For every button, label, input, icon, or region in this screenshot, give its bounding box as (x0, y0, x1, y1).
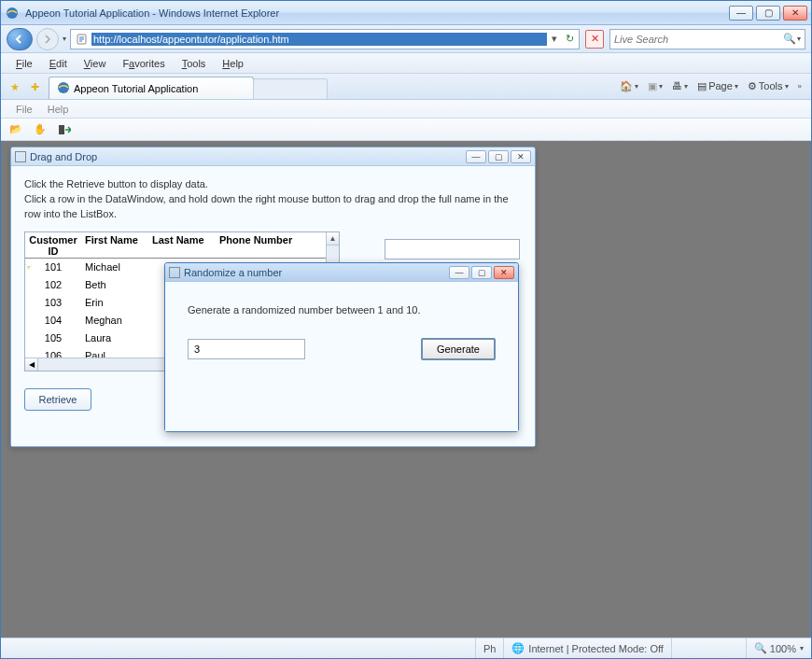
overflow-button[interactable]: » (794, 76, 805, 96)
status-spacer (1, 638, 475, 658)
stop-button[interactable]: ✕ (585, 30, 604, 49)
internet-globe-icon: 🌐 (511, 642, 525, 654)
randomize-close-button[interactable]: ✕ (494, 266, 514, 279)
svg-rect-3 (59, 125, 64, 134)
ie-titlebar: Appeon Tutorial Application - Windows In… (1, 1, 811, 25)
col-last-name: Last Name (148, 232, 216, 258)
col-customer-id: CustomerID (25, 232, 81, 258)
address-input[interactable] (91, 33, 547, 46)
dragdrop-minimize-button[interactable]: — (466, 150, 486, 163)
tab-row: ★ ✚ Appeon Tutorial Application 🏠▾ ▣▾ 🖶▾… (1, 74, 811, 100)
status-zone: 🌐 Internet | Protected Mode: Off (503, 638, 671, 658)
exit-icon[interactable] (57, 122, 72, 137)
search-input[interactable] (614, 34, 782, 45)
page-menu-button[interactable]: ▤Page▾ (693, 76, 742, 96)
pointer-hand-icon: ☞ (25, 260, 44, 273)
app-menu-help[interactable]: Help (40, 102, 77, 117)
randomize-minimize-button[interactable]: — (449, 266, 469, 279)
menu-edit[interactable]: Edit (42, 56, 75, 71)
address-bar[interactable]: ▾ ↻ (70, 29, 580, 49)
window-icon (169, 267, 180, 278)
datawindow-header: CustomerID First Name Last Name Phone Nu… (25, 232, 339, 259)
zoom-value: 100% (770, 643, 796, 654)
tab-page-icon (57, 81, 70, 96)
address-dropdown[interactable]: ▾ (547, 32, 562, 47)
tools-menu-button[interactable]: ⚙Tools▾ (744, 76, 792, 96)
ie-window: Appeon Tutorial Application - Windows In… (0, 0, 812, 659)
refresh-icon[interactable]: ↻ (562, 32, 577, 47)
home-icon: 🏠 (620, 80, 633, 92)
window-maximize-button[interactable]: ▢ (756, 6, 780, 21)
random-number-input[interactable] (188, 339, 305, 359)
app-toolbar: 📂 ✋ (1, 119, 811, 141)
zoom-icon: 🔍 (754, 642, 767, 654)
window-minimize-button[interactable]: — (729, 6, 753, 21)
randomize-titlebar[interactable]: Randomize a number — ▢ ✕ (165, 263, 518, 282)
status-bar: Ph 🌐 Internet | Protected Mode: Off 🔍 10… (1, 638, 811, 658)
new-tab-button[interactable] (253, 78, 328, 99)
content-area: Drag and Drop — ▢ ✕ Click the Retrieve b… (1, 141, 811, 638)
page-icon: ▤ (697, 80, 707, 92)
scroll-left-icon[interactable]: ◀ (25, 358, 38, 371)
window-close-button[interactable]: ✕ (783, 6, 807, 21)
app-menu-file[interactable]: File (8, 102, 40, 117)
scroll-up-icon[interactable]: ▲ (327, 232, 339, 245)
page-icon (75, 32, 90, 47)
randomize-window: Randomize a number — ▢ ✕ Generate a rand… (164, 262, 519, 432)
tab-label: Appeon Tutorial Application (74, 83, 198, 94)
print-button[interactable]: 🖶▾ (668, 76, 692, 96)
dragdrop-close-button[interactable]: ✕ (511, 150, 531, 163)
randomize-maximize-button[interactable]: ▢ (471, 266, 492, 279)
retrieve-button[interactable]: Retrieve (24, 388, 91, 411)
dragdrop-maximize-button[interactable]: ▢ (488, 150, 509, 163)
print-icon: 🖶 (672, 80, 682, 91)
listbox[interactable] (385, 239, 520, 259)
ie-logo-icon (5, 6, 20, 21)
menu-help[interactable]: Help (215, 56, 251, 71)
home-button[interactable]: 🏠▾ (616, 76, 642, 96)
favorites-star-icon[interactable]: ★ (7, 78, 23, 95)
add-favorite-icon[interactable]: ✚ (26, 78, 43, 95)
col-phone: Phone Number (216, 232, 305, 258)
status-blank (671, 638, 746, 658)
search-dropdown[interactable]: ▾ (797, 35, 801, 43)
menu-file[interactable]: File (8, 56, 40, 71)
randomize-label: Generate a randomized number between 1 a… (184, 304, 499, 315)
menu-tools[interactable]: Tools (175, 56, 214, 71)
status-ph: Ph (475, 638, 503, 658)
zoom-control[interactable]: 🔍 100% ▾ (746, 638, 811, 658)
search-icon[interactable]: 🔍 (782, 33, 797, 45)
feeds-button[interactable]: ▣▾ (644, 76, 666, 96)
window-icon (15, 151, 26, 162)
dragdrop-titlebar[interactable]: Drag and Drop — ▢ ✕ (11, 147, 535, 166)
rss-icon: ▣ (648, 80, 657, 92)
generate-button[interactable]: Generate (421, 338, 496, 360)
ie-menubar: File Edit View Favorites Tools Help (1, 53, 811, 74)
nav-row: ▾ ▾ ↻ ✕ 🔍 ▾ (1, 25, 811, 53)
search-bar[interactable]: 🔍 ▾ (609, 29, 805, 49)
randomize-title: Randomize a number (184, 267, 449, 278)
app-menubar: File Help (1, 100, 811, 119)
nav-back-button[interactable] (7, 28, 33, 50)
menu-view[interactable]: View (77, 56, 114, 71)
browser-tab[interactable]: Appeon Tutorial Application (49, 77, 254, 99)
dragdrop-title: Drag and Drop (30, 151, 466, 162)
window-title: Appeon Tutorial Application - Windows In… (23, 7, 729, 19)
nav-history-dropdown[interactable]: ▾ (63, 35, 66, 43)
col-first-name: First Name (81, 232, 148, 258)
open-folder-icon[interactable]: 📂 (8, 122, 23, 137)
gear-icon: ⚙ (748, 80, 757, 92)
hand-icon[interactable]: ✋ (33, 122, 48, 137)
instructions: Click the Retrieve button to display dat… (24, 177, 522, 222)
nav-forward-button[interactable] (36, 28, 59, 50)
menu-favorites[interactable]: Favorites (115, 56, 172, 71)
